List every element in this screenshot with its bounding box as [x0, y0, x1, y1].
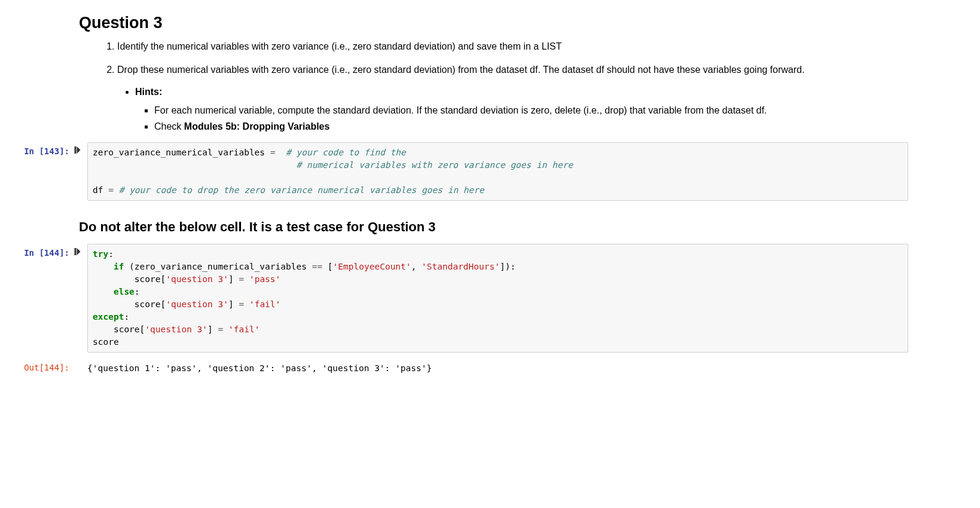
hints-label: Hints:	[135, 87, 162, 97]
hint-2: Check Modules 5b: Dropping Variables	[154, 120, 903, 134]
hints-list-inner: For each numerical variable, compute the…	[135, 103, 903, 134]
question-steps: Identify the numerical variables with ze…	[102, 39, 903, 134]
markdown-cell-testcase-note: Do not alter the below cell. It is a tes…	[74, 219, 908, 235]
code-input-143[interactable]: zero_variance_numerical_variables = # yo…	[87, 142, 908, 201]
output-icon-spacer	[74, 359, 87, 363]
run-icon[interactable]	[74, 244, 87, 255]
hints-label-item: Hints: For each numerical variable, comp…	[135, 85, 903, 134]
question-title: Question 3	[79, 13, 903, 32]
input-prompt-143: In [143]:	[0, 142, 74, 157]
notebook: Question 3 Identify the numerical variab…	[0, 0, 980, 384]
code-cell-144: In [144]: try: if (zero_variance_numeric…	[0, 244, 980, 353]
testcase-heading: Do not alter the below cell. It is a tes…	[79, 219, 903, 235]
question-body: Identify the numerical variables with ze…	[79, 39, 903, 134]
code-cell-143: In [143]: zero_variance_numerical_variab…	[0, 142, 980, 201]
hint-1: For each numerical variable, compute the…	[154, 103, 903, 118]
markdown-cell-question3: Question 3 Identify the numerical variab…	[74, 13, 908, 134]
input-prompt-144: In [144]:	[0, 244, 74, 258]
code-input-144[interactable]: try: if (zero_variance_numerical_variabl…	[87, 244, 908, 353]
output-prompt-144: Out[144]:	[0, 359, 74, 373]
step-1: Identify the numerical variables with ze…	[117, 39, 903, 54]
step-2-text: Drop these numerical variables with zero…	[117, 65, 805, 75]
hint-2-prefix: Check	[154, 121, 184, 131]
code-output-144: {'question 1': 'pass', 'question 2': 'pa…	[87, 359, 908, 375]
hints-list-outer: Hints: For each numerical variable, comp…	[117, 85, 903, 134]
hint-2-bold: Modules 5b: Dropping Variables	[184, 121, 330, 131]
code-output-row-144: Out[144]: {'question 1': 'pass', 'questi…	[0, 359, 980, 375]
run-icon[interactable]	[74, 142, 87, 154]
step-2: Drop these numerical variables with zero…	[117, 63, 903, 134]
